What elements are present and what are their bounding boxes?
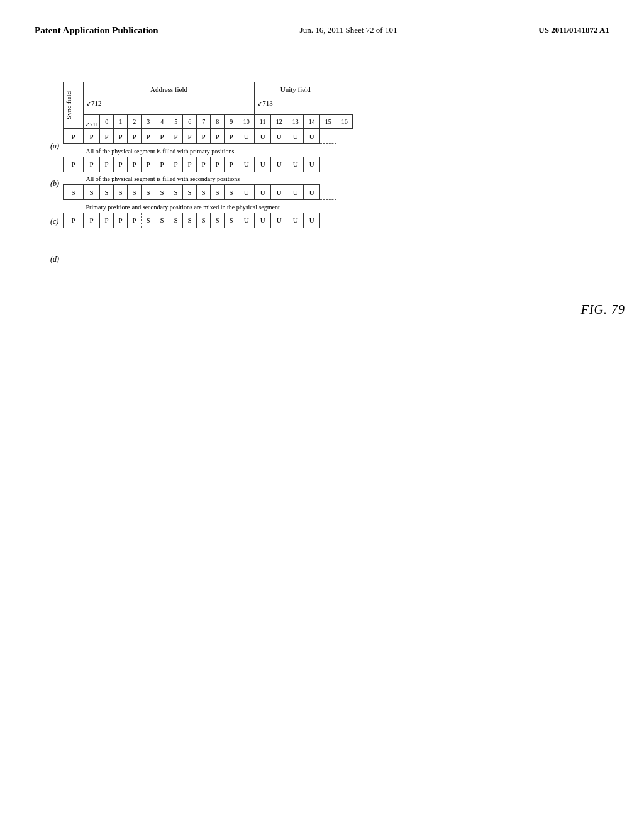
sync-field-label: Sync field [64, 82, 84, 129]
row-a-col8: P [197, 129, 211, 144]
row-a-col9: P [211, 129, 225, 144]
row-d-sync: P [64, 213, 84, 228]
row-d-col15: U [304, 213, 320, 228]
row-b-col7: P [183, 157, 197, 172]
diagram-area: (a)(b)(c)(d)Sync fieldAddress fieldUnity… [50, 82, 625, 267]
row-d-col6: S [169, 213, 183, 228]
col-header-8: 8 [211, 115, 225, 129]
row-a-col0: P [84, 129, 100, 144]
row-b-col14: U [287, 157, 304, 172]
row-b-col8: P [197, 157, 211, 172]
row-d-col13: U [271, 213, 287, 228]
row-c-col8: S [197, 185, 211, 200]
row-a-col3: P [128, 129, 142, 144]
row-c-col14: U [287, 185, 304, 200]
col-header-9: 9 [225, 115, 238, 129]
pub-date-sheet: Jun. 16, 2011 Sheet 72 of 101 [300, 25, 397, 36]
col-header-2: 2 [128, 115, 142, 129]
col-header-14: 14 [304, 115, 320, 129]
col-header-10: 10 [238, 115, 255, 129]
row-label-a: (a) [50, 138, 63, 153]
row-d-col3: P [128, 213, 142, 228]
col-header-12: 12 [271, 115, 287, 129]
row-b-col10: P [225, 157, 238, 172]
row-a-col2: P [114, 129, 128, 144]
col-header-15: 15 [320, 115, 336, 129]
col-header-6: 6 [183, 115, 197, 129]
row-b-col5: P [155, 157, 169, 172]
row-d-col0: P [84, 213, 100, 228]
row-d: PPPPPSSSSSSSUUUUU [64, 213, 353, 228]
col-header-4: 4 [155, 115, 169, 129]
row-d-col12: U [255, 213, 271, 228]
figure-label: FIG. 79 [581, 302, 625, 317]
row-d-col5: S [155, 213, 169, 228]
row-a-col13: U [271, 129, 287, 144]
address-field-label: Address field [84, 82, 255, 96]
unity-subnum: ↙713 [255, 96, 336, 110]
row-b-col3: P [128, 157, 142, 172]
row-c-col0: S [84, 185, 100, 200]
row-c-sync: S [64, 185, 84, 200]
row-b-col2: P [114, 157, 128, 172]
row-a-col6: P [169, 129, 183, 144]
row-b-col9: P [211, 157, 225, 172]
row-a-col4: P [142, 129, 155, 144]
page-header: Patent Application PublicationJun. 16, 2… [0, 25, 644, 36]
row-a: PPPPPPPPPPPPUUUUU [64, 129, 353, 144]
col-header-5: 5 [169, 115, 183, 129]
row-b-col1: P [100, 157, 114, 172]
pub-number: US 2011/0141872 A1 [538, 25, 609, 36]
address-subnum: ↙712 [84, 96, 255, 110]
col-header-11: 11 [255, 115, 271, 129]
row-c-col9: S [211, 185, 225, 200]
row-a-col5: P [155, 129, 169, 144]
row-b-col12: U [255, 157, 271, 172]
row-b-col6: P [169, 157, 183, 172]
col-header-3: 3 [142, 115, 155, 129]
row-c-col2: S [114, 185, 128, 200]
desc-d: Primary positions and secondary position… [84, 202, 336, 213]
row-d-col4: S [142, 213, 155, 228]
row-c-col12: U [255, 185, 271, 200]
row-labels-column: (a)(b)(c)(d) [50, 82, 63, 267]
row-label-c: (c) [50, 214, 63, 229]
row-d-col10: S [225, 213, 238, 228]
desc-b: All of the physical segment is filled wi… [84, 146, 336, 157]
sync-subnum: ↙711 [84, 115, 100, 129]
row-c-col13: U [271, 185, 287, 200]
col-header-7: 7 [197, 115, 211, 129]
row-c-col6: S [169, 185, 183, 200]
row-b-col13: U [271, 157, 287, 172]
row-d-col14: U [287, 213, 304, 228]
row-b-sync: P [64, 157, 84, 172]
col-header-13: 13 [287, 115, 304, 129]
row-b: PPPPPPPPPPPPUUUUU [64, 157, 353, 172]
row-c: SSSSSSSSSSSSUUUUU [64, 185, 353, 200]
row-b-col11: U [238, 157, 255, 172]
row-a-col11: U [238, 129, 255, 144]
col-header-16: 16 [336, 115, 353, 129]
row-c-col7: S [183, 185, 197, 200]
row-c-col5: S [155, 185, 169, 200]
row-b-col15: U [304, 157, 320, 172]
row-a-col7: P [183, 129, 197, 144]
row-c-col10: S [225, 185, 238, 200]
row-d-col2: P [114, 213, 128, 228]
row-a-col14: U [287, 129, 304, 144]
col-header-1: 1 [114, 115, 128, 129]
row-b-col0: P [84, 157, 100, 172]
row-c-col3: S [128, 185, 142, 200]
row-label-b: (b) [50, 176, 63, 191]
row-d-col7: S [183, 213, 197, 228]
col-header-0: 0 [100, 115, 114, 129]
data-table: Sync fieldAddress fieldUnity field↙712↙7… [63, 82, 353, 228]
row-d-col1: P [100, 213, 114, 228]
row-c-col4: S [142, 185, 155, 200]
row-b-col4: P [142, 157, 155, 172]
row-a-col12: U [255, 129, 271, 144]
row-label-d: (d) [50, 252, 63, 267]
row-c-col15: U [304, 185, 320, 200]
row-a-col10: P [225, 129, 238, 144]
row-a-sync: P [64, 129, 84, 144]
